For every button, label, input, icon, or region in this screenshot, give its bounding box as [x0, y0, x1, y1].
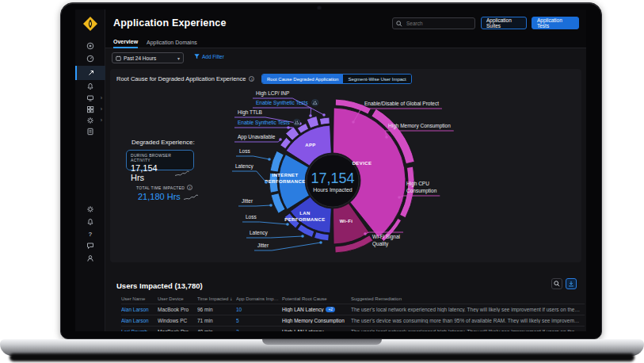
users-impacted-table: User NameUser DeviceTime Impacted ↓App D… [121, 294, 585, 331]
column-header[interactable]: Time Impacted ↓ [197, 296, 236, 301]
laptop-mockup: ››› ? Application Experience Application… [0, 0, 644, 363]
sunburst-chart[interactable]: 17,154Hours ImpactedDEVICEWi-FiLANPERFOR… [226, 80, 479, 261]
callout-dot [398, 196, 401, 199]
chevron-right-icon: › [101, 117, 102, 123]
application-tests-button[interactable]: Application Tests [532, 17, 579, 29]
callout-dot [385, 136, 388, 139]
table-download-button[interactable] [566, 278, 577, 289]
sparkline-icon [184, 193, 198, 201]
callout-label: High Memory Consumption [388, 123, 451, 129]
overview-icon [86, 42, 94, 50]
subsegment-enable-synthetic-tests[interactable] [307, 116, 318, 128]
callout-label: Jitter [242, 198, 253, 204]
app-window: ››› ? Application Experience Application… [75, 10, 586, 331]
callout-connector [257, 171, 266, 182]
table-row[interactable]: Alan LarsonWindows PC71 min5High Memory … [121, 315, 585, 326]
column-header[interactable]: User Device [158, 296, 197, 301]
root-cause-count-badge[interactable]: +2 [326, 307, 335, 312]
callout-connector [260, 222, 288, 224]
browser-activity-card: DURING BROWSER ACTIVITY 17,154 Hrs [126, 150, 194, 170]
segment-label: LAN [299, 211, 311, 216]
add-filter-button[interactable]: Add Filter [194, 54, 224, 59]
alerts-icon [86, 82, 94, 90]
sparkline-icon [175, 170, 189, 177]
callout-label: Jitter [257, 243, 269, 248]
callout-label: Wi-Fi Signal [372, 234, 401, 240]
suggested-remediation: The user's local network experienced hig… [351, 329, 585, 331]
column-header[interactable]: Potential Root Cause [282, 296, 351, 301]
notifications-icon [86, 218, 94, 226]
table-row[interactable]: Lori BaumbachMacBook Pro40 min2High LAN … [121, 326, 585, 331]
sidebar-item-reports[interactable] [75, 124, 105, 139]
user-name-link[interactable]: Lori Baumbach [121, 329, 158, 331]
callout-label: Enable/Disable of Global Protect [364, 101, 439, 106]
application-suites-button[interactable]: Application Suites [481, 17, 527, 29]
sidebar-item-dashboard[interactable] [75, 52, 105, 66]
sidebar-item-application-experience[interactable] [75, 66, 105, 80]
callout-dot [279, 138, 282, 141]
subsegment-jitter[interactable] [314, 232, 330, 241]
global-search[interactable] [392, 17, 475, 29]
segment-label: APP [305, 143, 316, 147]
callout-label: High CPU [406, 181, 429, 187]
table-search-button[interactable] [551, 278, 562, 289]
table-header-row: User NameUser DeviceTime Impacted ↓App D… [121, 294, 585, 304]
potential-root-cause: High LAN Latency [282, 329, 351, 331]
synthetic-test-badge-icon[interactable] [312, 100, 318, 106]
table-row[interactable]: Alan LarsonMacBook Pro96 min10High LAN L… [121, 304, 585, 315]
callout-dot [265, 181, 268, 184]
chat-icon [86, 242, 94, 250]
callout-label: High LCP/ INP [256, 90, 289, 97]
callout-dot [319, 241, 322, 244]
user-name-link[interactable]: Alan Larson [121, 307, 158, 312]
column-header[interactable]: App Domains Impacted [236, 296, 282, 301]
application-experience-icon [87, 69, 95, 77]
dashboard-icon [86, 55, 94, 63]
sort-desc-icon[interactable]: ↓ [228, 296, 232, 301]
info-icon[interactable] [187, 185, 192, 190]
degraded-experience-heading: Degraded Experience: [131, 139, 195, 146]
search-icon [554, 281, 560, 287]
chevron-down-icon: ▾ [177, 55, 180, 61]
synthetic-test-badge-icon[interactable] [294, 120, 300, 126]
app-domains-impacted[interactable]: 5 [236, 318, 282, 323]
callout-label: Latency [250, 230, 269, 236]
segment-label: PERFORMANCE [284, 217, 325, 222]
apps-icon [86, 105, 94, 113]
tab-overview[interactable]: Overview [113, 36, 138, 48]
callout-connector [271, 236, 303, 238]
callout-label: Enable Synthetic Tests [256, 100, 308, 106]
time-range-dropdown[interactable]: Past 24 Hours ▾ [112, 52, 184, 63]
total-time-label: TOTAL TIME IMPACTED [136, 185, 192, 190]
help-icon: ? [89, 231, 93, 238]
chevron-right-icon: › [101, 106, 102, 112]
segment-label: Wi-Fi [340, 219, 353, 224]
laptop-lid-notch [262, 339, 382, 345]
callout-label: Quality [372, 241, 389, 247]
column-header[interactable]: User Name [121, 296, 158, 301]
segment-label: INTERNET [272, 173, 298, 178]
app-domains-impacted[interactable]: 10 [236, 307, 282, 312]
user-name-link[interactable]: Alan Larson [121, 318, 158, 323]
laptop-shadow [10, 353, 634, 361]
time-impacted: 40 min [197, 329, 236, 331]
user-device: MacBook Pro [158, 329, 197, 331]
callout-label: Latency [235, 163, 254, 170]
sidebar-item-user[interactable] [75, 251, 105, 266]
callout-dot [269, 204, 272, 207]
callout-dot [352, 120, 355, 124]
time-impacted: 71 min [197, 318, 236, 323]
search-input[interactable] [405, 20, 468, 27]
sidebar-rail: ››› ? [75, 10, 105, 331]
callout-dot [322, 113, 326, 117]
callout-label: App Unavailable [238, 134, 276, 140]
user-device: MacBook Pro [158, 307, 197, 312]
callout-label: Loss [246, 214, 257, 220]
column-header[interactable]: Suggested Remediation [351, 296, 585, 301]
callout-dot [309, 114, 312, 117]
callout-label: Enable Synthetic Tests [238, 120, 290, 126]
subsegment-high-lcp-inp[interactable] [319, 117, 330, 124]
app-domains-impacted[interactable]: 2 [236, 329, 282, 331]
callout-connector [256, 205, 271, 206]
tab-application-domains[interactable]: Application Domains [147, 36, 197, 48]
